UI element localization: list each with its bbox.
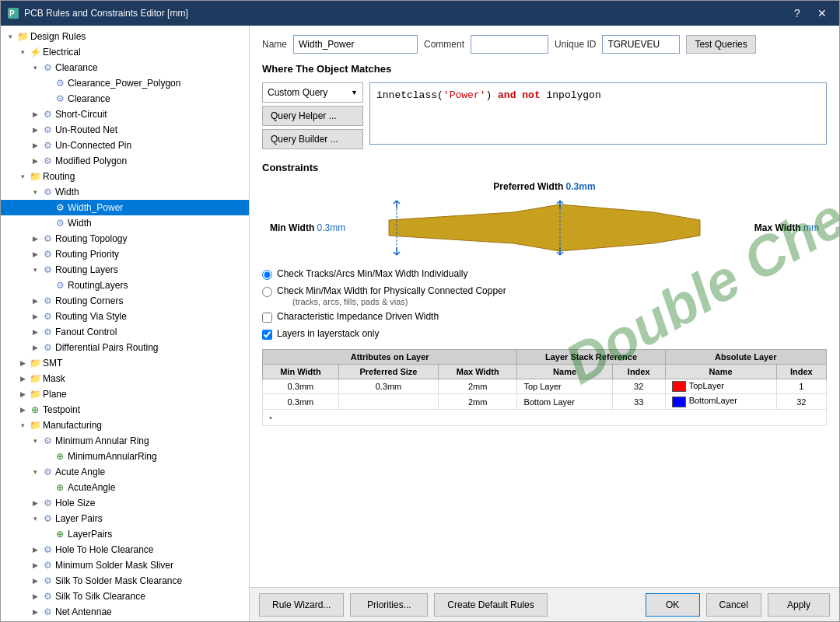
expand-annular[interactable]: ▾ [29, 435, 41, 447]
expand-electrical[interactable]: ▾ [16, 46, 29, 58]
expand-routing[interactable]: ▾ [16, 170, 29, 183]
tree-item-manufacturing[interactable]: ▾ 📁 Manufacturing [1, 418, 249, 433]
tree-item-width[interactable]: ⚙ Width [1, 215, 249, 231]
expand-width[interactable]: ▾ [29, 186, 41, 198]
expand-silksold[interactable]: ▶ [29, 575, 41, 587]
expand-short[interactable]: ▶ [29, 108, 41, 121]
expand-fanout[interactable]: ▶ [29, 326, 41, 338]
tree-label: LayerPairs [68, 529, 112, 540]
tree-item-clearance-power[interactable]: ⚙ Clearance_Power_Polygon [1, 75, 249, 91]
tree-item-routing[interactable]: ▾ 📁 Routing [1, 169, 249, 184]
tree-item-width-power[interactable]: ⚙ Width_Power [1, 200, 249, 215]
uid-input[interactable] [602, 35, 680, 54]
tree-item-design-rules[interactable]: ▾ 📁 Design Rules [1, 29, 249, 44]
tree-item-testpoint[interactable]: ▶ ⊕ Testpoint [1, 402, 249, 418]
ok-button[interactable]: OK [646, 593, 700, 617]
tree-item-acute-angle[interactable]: ▾ ⚙ Acute Angle [1, 464, 249, 480]
expand-rlayers[interactable]: ▾ [29, 264, 41, 276]
query-editor[interactable]: innetclass('Power') and not inpolygon [369, 82, 827, 145]
tree-item-smt[interactable]: ▶ 📁 SMT [1, 355, 249, 371]
tree-item-mask[interactable]: ▶ 📁 Mask [1, 371, 249, 386]
help-button[interactable]: ? [786, 5, 808, 22]
expand-none [41, 77, 54, 89]
expand-modified[interactable]: ▶ [29, 155, 41, 167]
expand-plane[interactable]: ▶ [16, 388, 29, 400]
top-layer-color [672, 381, 686, 392]
tree-item-unconnected[interactable]: ▶ ⚙ Un-Connected Pin [1, 138, 249, 153]
tree-item-width-group[interactable]: ▾ ⚙ Width [1, 184, 249, 200]
cancel-button[interactable]: Cancel [706, 593, 761, 617]
expand-netant[interactable]: ▶ [29, 606, 41, 618]
query-helper-button[interactable]: Query Helper ... [262, 106, 363, 126]
tree-item-short-circuit[interactable]: ▶ ⚙ Short-Circuit [1, 107, 249, 122]
expand-hole[interactable]: ▶ [29, 497, 41, 509]
name-input[interactable] [293, 35, 418, 54]
rule-wizard-button[interactable]: Rule Wizard... [259, 593, 344, 617]
row2-abs-index: 32 [776, 394, 826, 409]
tree-item-layer-pairs[interactable]: ▾ ⚙ Layer Pairs [1, 511, 249, 526]
create-default-button[interactable]: Create Default Rules [434, 593, 547, 617]
expand-unrouted[interactable]: ▶ [29, 124, 41, 136]
expand-acute[interactable]: ▾ [29, 466, 41, 478]
tree-item-electrical[interactable]: ▾ ⚡ Electrical [1, 44, 249, 60]
option1-radio[interactable] [262, 270, 272, 280]
rule-item-icon: ⊕ [54, 528, 66, 540]
expand-lpairs[interactable]: ▾ [29, 512, 41, 525]
tree-item-routing-layers[interactable]: ▾ ⚙ Routing Layers [1, 262, 249, 278]
tree-item-diff-pairs[interactable]: ▶ ⚙ Differential Pairs Routing [1, 340, 249, 355]
tree-item-min-solder[interactable]: ▶ ⚙ Minimum Solder Mask Sliver [1, 557, 249, 573]
tree-item-acute-item[interactable]: ⊕ AcuteAngle [1, 480, 249, 495]
expand-via[interactable]: ▶ [29, 310, 41, 323]
max-width-area: Max Width mm [754, 222, 819, 233]
col-pref-size: Preferred Size [338, 365, 438, 379]
expand-mfg[interactable]: ▾ [16, 419, 29, 432]
query-dropdown[interactable]: Custom Query ▼ [262, 82, 363, 103]
priorities-button[interactable]: Priorities... [350, 593, 428, 617]
tree-item-clearance[interactable]: ⚙ Clearance [1, 91, 249, 107]
tree-item-plane[interactable]: ▶ 📁 Plane [1, 386, 249, 402]
comment-input[interactable] [471, 35, 548, 54]
tree-item-silk-solder[interactable]: ▶ ⚙ Silk To Solder Mask Clearance [1, 573, 249, 589]
option4-checkbox[interactable] [262, 330, 272, 340]
apply-button[interactable]: Apply [768, 593, 830, 617]
expand-smt[interactable]: ▶ [16, 357, 29, 369]
tree-item-min-annular-item[interactable]: ⊕ MinimumAnnularRing [1, 449, 249, 464]
expand-clearance[interactable]: ▾ [29, 61, 41, 74]
query-builder-button[interactable]: Query Builder ... [262, 129, 363, 149]
tree-item-modified-poly[interactable]: ▶ ⚙ Modified Polygon [1, 153, 249, 169]
rule-icon: ⚙ [41, 606, 54, 618]
tree-item-unrouted[interactable]: ▶ ⚙ Un-Routed Net [1, 122, 249, 138]
option3-checkbox[interactable] [262, 313, 272, 323]
tree-item-routing-topology[interactable]: ▶ ⚙ Routing Topology [1, 231, 249, 246]
expand-design-rules[interactable]: ▾ [4, 30, 16, 43]
expand-diff[interactable]: ▶ [29, 341, 41, 354]
expand-mask[interactable]: ▶ [16, 372, 29, 385]
tree-label: Acute Angle [55, 466, 105, 477]
tree-item-silk-silk[interactable]: ▶ ⚙ Silk To Silk Clearance [1, 589, 249, 604]
tree-container[interactable]: ▾ 📁 Design Rules ▾ ⚡ Electrical ▾ ⚙ Clea… [1, 26, 249, 621]
tree-item-routing-layers-item[interactable]: ⚙ RoutingLayers [1, 278, 249, 293]
expand-test[interactable]: ▶ [16, 404, 29, 416]
tree-item-routing-corners[interactable]: ▶ ⚙ Routing Corners [1, 293, 249, 309]
test-queries-button[interactable]: Test Queries [686, 35, 755, 54]
expand-unconnected[interactable]: ▶ [29, 139, 41, 152]
tree-item-min-annular[interactable]: ▾ ⚙ Minimum Annular Ring [1, 433, 249, 449]
tree-item-board-outline[interactable]: ▶ ⚙ Board Outline Clearance [1, 620, 249, 621]
tree-item-clearance-group[interactable]: ▾ ⚙ Clearance [1, 60, 249, 75]
expand-none [41, 93, 54, 105]
tree-item-net-ant[interactable]: ▶ ⚙ Net Antennae [1, 604, 249, 620]
tree-item-fanout[interactable]: ▶ ⚙ Fanout Control [1, 324, 249, 340]
expand-minsold[interactable]: ▶ [29, 559, 41, 571]
option2-radio[interactable] [262, 287, 272, 297]
tree-item-layer-pairs-item[interactable]: ⊕ LayerPairs [1, 526, 249, 542]
tree-item-via-style[interactable]: ▶ ⚙ Routing Via Style [1, 309, 249, 324]
expand-silksilk[interactable]: ▶ [29, 590, 41, 603]
expand-priority[interactable]: ▶ [29, 248, 41, 260]
tree-item-hole-size[interactable]: ▶ ⚙ Hole Size [1, 495, 249, 511]
tree-item-hole-hole[interactable]: ▶ ⚙ Hole To Hole Clearance [1, 542, 249, 557]
expand-topo[interactable]: ▶ [29, 232, 41, 245]
tree-item-routing-priority[interactable]: ▶ ⚙ Routing Priority [1, 246, 249, 262]
expand-holeh[interactable]: ▶ [29, 543, 41, 556]
expand-corners[interactable]: ▶ [29, 295, 41, 307]
close-button[interactable]: ✕ [811, 5, 833, 22]
